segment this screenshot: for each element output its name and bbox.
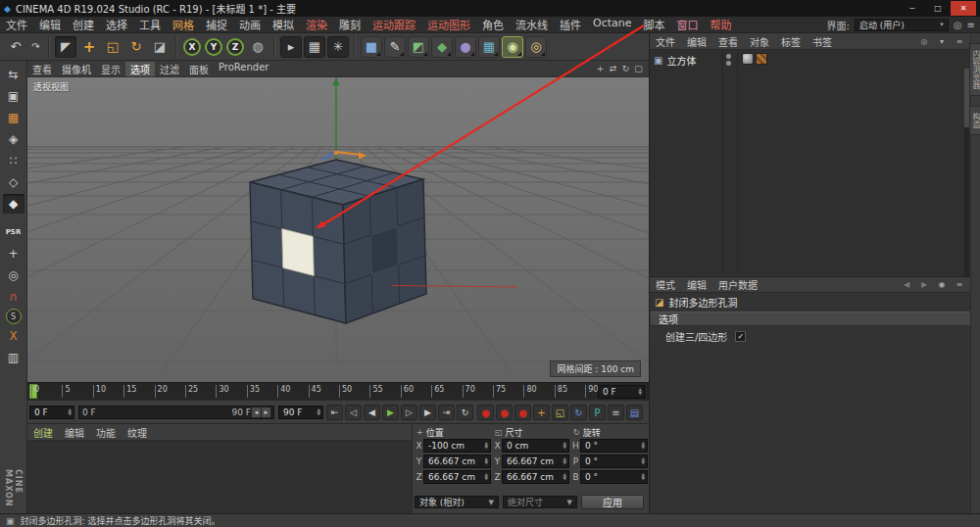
previous-frame-button[interactable]: ◀ — [364, 405, 380, 420]
zoom-view-icon[interactable]: ⇄ — [607, 63, 619, 75]
points-mode-button[interactable]: ∷ — [3, 151, 24, 170]
selection-tag-icon[interactable] — [756, 53, 767, 65]
workplane-snap-button[interactable]: X — [3, 326, 24, 346]
coord-field-position-x[interactable]: -100 cm▲▼ — [423, 439, 491, 453]
subdivision-surface-button[interactable]: ◩ — [408, 36, 429, 58]
am-pin-icon[interactable]: ◉ — [936, 279, 948, 291]
rotate-tool[interactable]: ↻ — [125, 36, 147, 58]
apply-button[interactable]: 应用 — [581, 495, 644, 509]
lock-z-button[interactable]: Z — [226, 38, 244, 56]
om-settings-icon[interactable]: ≡ — [954, 35, 965, 47]
menubar-item[interactable]: 动画 — [233, 17, 267, 32]
keyframe-parameter-toggle[interactable]: P — [589, 405, 606, 420]
layout-menu-icon[interactable]: ≡ — [967, 20, 975, 30]
object-manager-tree[interactable]: ▣ 立方体 — [650, 50, 971, 275]
last-used-tool[interactable]: ◪ — [149, 36, 171, 58]
coord-field-rotation-h[interactable]: 0 °▲▼ — [580, 439, 648, 453]
object-row[interactable]: ▣ 立方体 — [654, 53, 696, 68]
coord-field-size-y[interactable]: 66.667 cm▲▼ — [502, 455, 569, 468]
play-button[interactable]: ▶ — [382, 405, 399, 420]
lock-x-button[interactable]: X — [183, 38, 201, 56]
coord-field-rotation-p[interactable]: 0 °▲▼ — [580, 455, 648, 468]
spinner[interactable]: ▲▼ — [639, 442, 645, 450]
next-key-button[interactable]: ▶ — [419, 405, 436, 420]
spinner[interactable]: ▲▼ — [636, 388, 642, 396]
keyframe-position-toggle[interactable]: + — [533, 405, 550, 420]
om-scrollbar[interactable] — [964, 69, 969, 290]
om-menu-item[interactable]: 编辑 — [681, 34, 712, 49]
coord-mode-dropdown[interactable]: 对象 (相对) ▼ — [415, 496, 499, 508]
slider-right-handle[interactable]: ▸ — [262, 407, 270, 417]
cube-primitive-button[interactable]: ■ — [361, 36, 382, 58]
keyframe-selection-button[interactable]: ▤ — [626, 405, 643, 420]
material-menu-item[interactable]: 功能 — [90, 425, 122, 440]
camera-button[interactable]: ◉ — [502, 36, 523, 58]
snap-button[interactable]: ∩ — [3, 287, 24, 307]
viewport-menu-item[interactable]: 摄像机 — [57, 62, 96, 76]
object-name[interactable]: 立方体 — [666, 53, 696, 68]
move-tool[interactable]: + — [78, 36, 100, 58]
render-settings-button[interactable]: ✳ — [327, 36, 349, 58]
spinner[interactable]: ▲▼ — [66, 408, 72, 416]
slider-left-handle[interactable]: ◂ — [252, 407, 261, 417]
menubar-item[interactable]: 运动跟踪 — [367, 17, 421, 32]
om-menu-item[interactable]: 查看 — [712, 34, 744, 49]
viewport-menu-item[interactable]: 选项 — [125, 62, 155, 76]
spinner[interactable]: ▲▼ — [482, 457, 488, 465]
toggle-views-icon[interactable]: ▢ — [632, 63, 645, 75]
undo-button[interactable]: ↶ — [5, 36, 26, 58]
spline-pen-button[interactable]: ✎ — [384, 36, 406, 58]
menubar-item[interactable]: 编辑 — [33, 17, 67, 32]
deformer-button[interactable]: ◆ — [431, 36, 453, 58]
instance-array-button[interactable]: ▦ — [478, 36, 500, 58]
create-tri-quad-checkbox[interactable]: ✓ — [735, 331, 746, 342]
coord-field-position-y[interactable]: 66.667 cm▲▼ — [423, 455, 491, 468]
tab-structure[interactable]: 构造 — [969, 106, 980, 135]
light-button[interactable]: ◎ — [525, 36, 547, 58]
lock-y-button[interactable]: Y — [205, 38, 222, 56]
menubar-item[interactable]: 工具 — [133, 17, 167, 32]
phong-tag-icon[interactable] — [742, 53, 754, 65]
enable-axis-button[interactable]: + — [3, 244, 24, 264]
end-frame-field[interactable]: 90 F ▲▼ — [278, 406, 323, 419]
keyframe-scale-toggle[interactable]: ◱ — [552, 405, 568, 420]
keyframe-pla-toggle[interactable]: ≡ — [608, 405, 624, 420]
om-menu-item[interactable]: 标签 — [775, 34, 807, 49]
goto-start-button[interactable]: ⇤ — [326, 405, 343, 420]
coord-system-button[interactable]: ◍ — [247, 36, 269, 58]
om-search-icon[interactable]: ◎ — [918, 35, 930, 47]
menubar-item[interactable]: 网格 — [167, 17, 200, 32]
polygons-mode-button[interactable]: ◆ — [3, 194, 24, 214]
menubar-item[interactable]: 流水线 — [510, 17, 554, 32]
viewport-menu-item[interactable]: 过滤 — [155, 62, 184, 76]
menubar-item[interactable]: 窗口 — [671, 17, 705, 32]
pan-view-icon[interactable]: + — [594, 63, 607, 75]
spinner[interactable]: ▲▼ — [561, 457, 566, 465]
menubar-item[interactable]: 选择 — [100, 17, 133, 32]
am-menu-item[interactable]: 模式 — [650, 277, 681, 292]
goto-end-button[interactable]: ⇥ — [438, 405, 455, 420]
record-selected-button[interactable]: ● — [514, 405, 531, 420]
snap-settings-button[interactable]: S — [6, 309, 22, 324]
texture-mode-button[interactable]: ▦ — [3, 108, 24, 127]
close-button[interactable]: ✕ — [951, 1, 976, 16]
spinner[interactable]: ▲▼ — [561, 442, 566, 450]
rotate-view-icon[interactable]: ↻ — [619, 63, 632, 75]
options-section-header[interactable]: 选项 — [651, 311, 970, 326]
menubar-item[interactable]: 角色 — [476, 17, 510, 32]
render-view-button[interactable]: ▸ — [280, 36, 302, 58]
workplane-mode-button[interactable]: ◈ — [3, 129, 24, 149]
spinner[interactable]: ▲▼ — [561, 473, 566, 481]
om-menu-item[interactable]: 文件 — [650, 34, 681, 49]
menubar-item[interactable]: 模拟 — [267, 17, 300, 32]
spinner[interactable]: ▲▼ — [639, 473, 645, 481]
visibility-toggle-editor[interactable] — [726, 54, 731, 59]
search-icon[interactable]: ◎ — [954, 20, 962, 30]
viewport-canvas[interactable]: 透视视图 网格间距 : 100 cm — [27, 77, 649, 382]
timeline-ruler[interactable]: 051015202530354045505560657075808590 0 F… — [27, 382, 649, 400]
loop-button[interactable]: ↻ — [457, 405, 473, 420]
material-menu-item[interactable]: 创建 — [27, 425, 59, 440]
spinner[interactable]: ▲▼ — [482, 442, 488, 450]
om-filter-icon[interactable]: ▾ — [936, 35, 948, 47]
menubar-item[interactable]: 脚本 — [638, 17, 671, 32]
